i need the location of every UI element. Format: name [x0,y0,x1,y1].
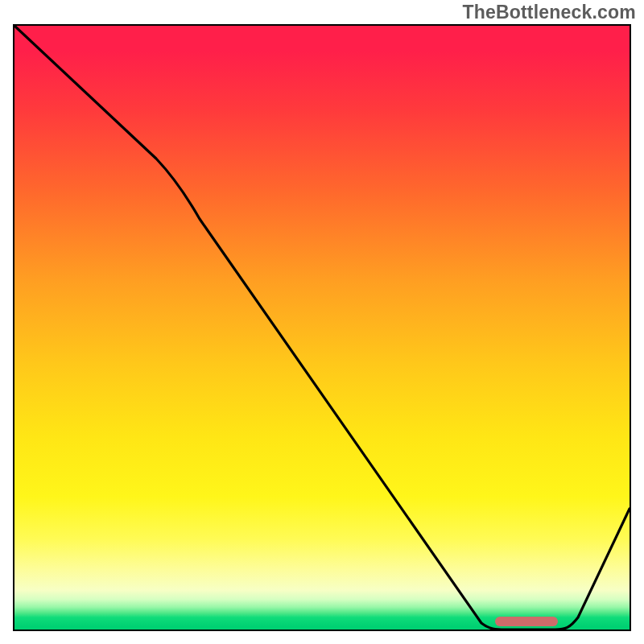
bottleneck-gradient-background [14,26,630,630]
watermark-text: TheBottleneck.com [462,2,636,23]
optimal-range-marker [495,617,558,626]
chart-container: TheBottleneck.com [0,0,644,644]
plot-area [13,24,631,631]
